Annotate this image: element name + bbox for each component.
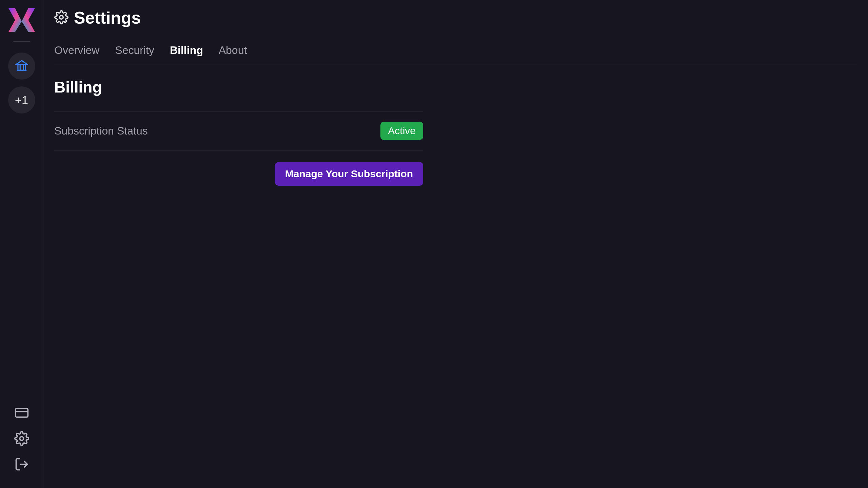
status-badge: Active	[380, 122, 423, 140]
action-row: Manage Your Subscription	[54, 150, 423, 186]
billing-section: Billing Subscription Status Active Manag…	[54, 78, 423, 186]
logout-icon	[14, 467, 29, 473]
tab-overview[interactable]: Overview	[54, 44, 99, 57]
tab-about[interactable]: About	[219, 44, 247, 57]
sidebar-divider	[13, 41, 30, 42]
sidebar-item-institution[interactable]	[8, 53, 35, 80]
gear-icon	[54, 10, 68, 26]
manage-subscription-button[interactable]: Manage Your Subscription	[275, 162, 423, 186]
sidebar-bottom	[0, 405, 43, 480]
subscription-status-row: Subscription Status Active	[54, 111, 423, 150]
sidebar-item-add[interactable]: +1	[8, 86, 35, 114]
sidebar-item-billing[interactable]	[14, 405, 29, 422]
add-label: +1	[15, 94, 28, 107]
svg-point-2	[20, 437, 23, 441]
settings-tabs: Overview Security Billing About	[54, 44, 857, 64]
status-label: Subscription Status	[54, 125, 148, 137]
sidebar: +1	[0, 0, 43, 488]
credit-card-icon	[14, 415, 29, 421]
gear-icon	[14, 441, 29, 447]
app-logo[interactable]	[8, 8, 35, 32]
page-title: Settings	[74, 8, 141, 28]
sidebar-item-logout[interactable]	[14, 457, 29, 473]
institution-icon	[15, 59, 28, 73]
section-title: Billing	[54, 78, 423, 96]
tab-billing[interactable]: Billing	[170, 44, 203, 57]
page-header: Settings	[54, 8, 857, 28]
svg-point-4	[60, 16, 63, 19]
sidebar-item-settings[interactable]	[14, 431, 29, 447]
sidebar-top: +1	[0, 8, 43, 405]
main-content: Settings Overview Security Billing About…	[43, 0, 868, 488]
svg-rect-0	[15, 408, 28, 417]
tab-security[interactable]: Security	[115, 44, 154, 57]
